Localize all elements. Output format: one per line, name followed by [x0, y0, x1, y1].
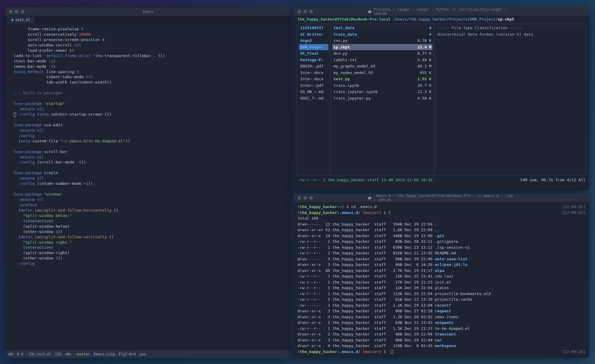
zsh-terminal[interactable]: (the_happy_hacker:~/ $ cd .emacs.d[22:09…: [294, 202, 589, 356]
terminal-line: (the_happy_hacker:.emacs.d/ (master) $ l…: [298, 210, 585, 216]
list-item[interactable]: ENG39~.pdf: [299, 63, 328, 70]
terminal-line: -rw-r--r-- 1 the_happy_hacker staff 113B…: [298, 291, 585, 297]
ranger-titlebar[interactable]: Projects — ranger — ranger — Python -O /…: [294, 7, 589, 16]
terminal-line: -rw-r--r-- 1 the_happy_hacker staff 630B…: [298, 245, 585, 250]
tab-label: init.el: [15, 18, 30, 22]
terminal-line: -rw-r--r-- 1 the_happy_hacker staff 11K …: [298, 285, 585, 291]
ranger-path-header: the_happy_hacker@YCtekiMacBook-Pro.local…: [294, 16, 589, 23]
list-item[interactable]: train.ipynb29.7 K: [332, 82, 433, 89]
ranger-status-left: -rw-r--r-- 1 the_happy_hacker staff 13.4…: [298, 178, 433, 182]
terminal-line: drwxr-xr-x 3 the_happy_hacker staff 96B …: [298, 337, 585, 343]
terminal-line: drwxr-xr-x 3 the_happy_hacker staff 1.2K…: [298, 314, 585, 320]
terminal-line: drwxr-xr-x+ 52 the_happy_hacker staff 1.…: [298, 227, 585, 233]
ranger-preview-col: ----- File Type Classification -----Hier…: [435, 24, 586, 175]
ranger-status-right: 54M sum, 90.7G free 4/12 All: [520, 178, 585, 182]
list-item[interactable]: test_data4: [332, 25, 433, 31]
modeline-mode: Emacs-Lisp: [93, 352, 115, 356]
list-item[interactable]: Inter~.pdf: [299, 82, 328, 89]
zoom-icon[interactable]: [309, 196, 313, 200]
list-item[interactable]: OS_HW_~.md: [299, 89, 328, 95]
emacs-tab-bar: init.el: [5, 16, 291, 23]
terminal-line: drwx------ 3 the_happy_hacker staff 96B …: [298, 256, 585, 262]
list-item[interactable]: cnn.py9.78 K: [332, 37, 433, 44]
minimize-icon[interactable]: [15, 10, 18, 13]
close-icon[interactable]: [298, 196, 301, 200]
terminal-line: -rw-r--r-- 1 the_happy_hacker staff 17K …: [298, 279, 585, 285]
tab-dot-icon: [11, 19, 13, 21]
terminal-line: drwxr-xr-x 86 the_happy_hacker staff 2.7…: [298, 268, 585, 274]
list-item[interactable]: Inte~.docx: [299, 70, 328, 76]
list-item[interactable]: train_jupyter.py4.58 K: [332, 95, 433, 102]
emacs-titlebar[interactable]: Emacs: [5, 7, 291, 16]
folder-icon: [368, 10, 372, 14]
ranger-path: /Users/the_happy_hacker/Projects/DNN_Pro…: [393, 17, 498, 21]
ranger-title: Projects — ranger — ranger — Python -O /…: [368, 7, 515, 16]
terminal-line: drwxr-xr-x 3 the_happy_hacker staff 96B …: [298, 262, 585, 268]
terminal-line: (the_happy_hacker:~/ $ cd .emacs.d[22:09…: [298, 204, 585, 210]
traffic-lights: [9, 10, 24, 13]
emacs-buffer[interactable]: frame-resize-pixelwise t scroll-conserva…: [5, 23, 291, 350]
list-item[interactable]: Inte~.docx: [299, 76, 328, 82]
modeline-left: 68: 0 U -:ED:init.el: [8, 352, 51, 356]
close-icon[interactable]: [298, 10, 301, 13]
emacs-tab[interactable]: init.el: [7, 16, 35, 23]
list-item[interactable]: Asgn3: [299, 37, 328, 44]
ranger-parent-col[interactable]: 1155100337AI Writte~Asgn3DNN_Proje~OS_Fi…: [297, 24, 331, 175]
list-item[interactable]: 1155100337: [299, 25, 328, 31]
list-item[interactable]: UGEC_f~.md: [299, 95, 328, 102]
terminal-line: -rw------- 1 the_happy_hacker staff 1.1K…: [298, 302, 585, 308]
terminal-line: -rw-r--r-- 1 the_happy_hacker staff 1.3K…: [298, 326, 585, 332]
zsh-titlebar[interactable]: .emacs.d — the_happy_hacker@YCtekiMacBoo…: [294, 194, 589, 202]
list-item[interactable]: labels.txt5.48 K: [332, 57, 433, 63]
zsh-title: .emacs.d — the_happy_hacker@YCtekiMacBoo…: [368, 194, 515, 202]
terminal-line: drwxr-xr-x 3 the_happy_hacker staff 96B …: [298, 331, 585, 337]
terminal-line: (the_happy_hacker:.emacs.d/ (master) $ […: [298, 349, 585, 355]
folder-icon: [368, 196, 372, 200]
list-item[interactable]: DNN_Proje~: [299, 44, 328, 51]
ranger-current-file: cp.ckpt: [498, 17, 514, 21]
traffic-lights: [298, 196, 313, 200]
emacs-title: Emacs: [143, 10, 154, 14]
list-item[interactable]: dnn.py8.77 K: [332, 50, 433, 57]
emacs-modeline: 68: 0 U -:ED:init.el 11% <N> -master Ema…: [5, 350, 291, 358]
modeline-flyc: FlyC:0/4: [119, 352, 136, 356]
minimize-icon[interactable]: [303, 196, 307, 200]
terminal-line: drwxr-xr-x 14 the_happy_hacker staff 448…: [298, 233, 585, 239]
preview-line: ----- File Type Classification -----: [436, 25, 584, 31]
zoom-icon[interactable]: [309, 10, 313, 13]
ranger-current-col[interactable]: test_data4train_data4cnn.py9.78 Kcp.ckpt…: [331, 24, 435, 175]
terminal-line: -rw-r--r-- 1 the_happy_hacker staff 81B …: [298, 297, 585, 302]
terminal-line: drwxr-xr-x 4 the_happy_hacker staff 128B…: [298, 343, 585, 349]
ranger-user: the_happy_hacker@YCtekiMacBook-Pro.local: [298, 17, 391, 21]
list-item[interactable]: OS_Final: [299, 50, 328, 57]
list-item[interactable]: test.py1.95 K: [332, 76, 433, 82]
zsh-window: .emacs.d — the_happy_hacker@YCtekiMacBoo…: [294, 194, 589, 358]
close-icon[interactable]: [9, 10, 12, 13]
terminal-line: -rw-r--r-- 1 the_happy_hacker staff 15K …: [298, 273, 585, 279]
modeline-branch: -master: [75, 352, 90, 356]
list-item[interactable]: cp.ckpt13.4 M: [332, 44, 433, 51]
modeline-percent: 11%: [55, 352, 62, 356]
list-item[interactable]: train_data4: [332, 31, 433, 38]
zoom-icon[interactable]: [21, 10, 24, 13]
terminal-line: -rw-r--r-- 1 the_happy_hacker staff 83B …: [298, 239, 585, 245]
list-item[interactable]: train_jupyter.ipynb12.2 K: [332, 89, 433, 95]
list-item[interactable]: AI Writte~: [299, 31, 328, 38]
terminal-line: -rw-r--r-- 1 the_happy_hacker staff 815B…: [298, 250, 585, 256]
list-item[interactable]: my_nodes_model.h5455 K: [332, 70, 433, 76]
terminal-line: drwxr-xr-x 3 the_happy_hacker staff 96B …: [298, 308, 585, 314]
ranger-columns: 1155100337AI Writte~Asgn3DNN_Proje~OS_Fi…: [297, 24, 586, 175]
list-item[interactable]: Pentago-P~: [299, 57, 328, 63]
modeline-yas: yas: [140, 352, 146, 356]
list-item[interactable]: my_graphs_model.h540.1 M: [332, 63, 433, 70]
terminal-line: drwxr-xr-x 2 the_happy_hacker staff 64B …: [298, 320, 585, 326]
minimize-icon[interactable]: [303, 10, 307, 13]
emacs-window: Emacs init.el frame-resize-pixelwise t s…: [5, 7, 291, 358]
ranger-window: Projects — ranger — ranger — Python -O /…: [294, 7, 589, 190]
ranger-status-bar: -rw-r--r-- 1 the_happy_hacker staff 13.4…: [294, 177, 589, 183]
preview-line: Hierarchical Data Format (version 5) dat…: [436, 31, 584, 38]
modeline-encoding: <N>: [65, 352, 71, 356]
terminal-line: drwx------ 22 the_happy_hacker staff 704…: [298, 221, 585, 227]
traffic-lights: [298, 10, 313, 13]
terminal-line: total 160: [298, 215, 585, 221]
